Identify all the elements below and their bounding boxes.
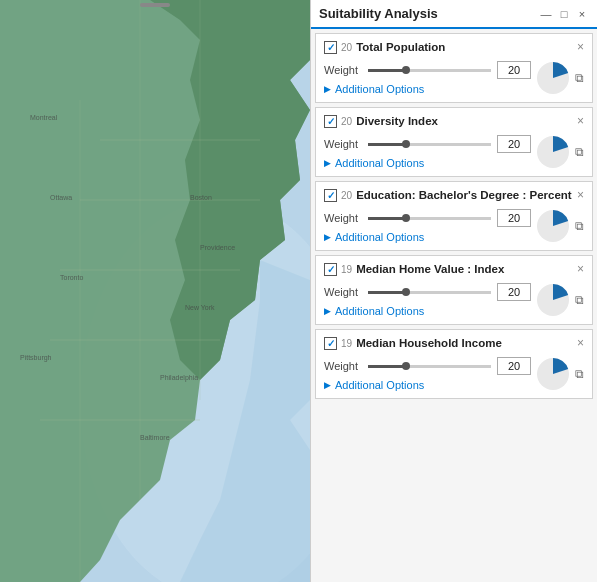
copy-icon-4[interactable]: ⧉ [575,293,584,307]
slider-thumb-5 [402,362,410,370]
weight-slider-2[interactable] [368,143,491,146]
card-title-row-4: ✓ 19 Median Home Value : Index [324,263,573,276]
card-body-left-5: Weight ▶ Additional Options [324,357,531,391]
card-title-3: Education: Bachelor's Degree : Percent [356,189,573,201]
map-area[interactable]: Montreal Ottawa Toronto Boston Providenc… [0,0,310,582]
close-panel-icon[interactable]: × [575,8,589,20]
weight-slider-3[interactable] [368,217,491,220]
weight-slider-1[interactable] [368,69,491,72]
additional-options-label-4: Additional Options [335,305,424,317]
additional-options-4[interactable]: ▶ Additional Options [324,305,531,317]
remove-criteria-3[interactable]: × [577,188,584,202]
weight-row-3: Weight [324,209,531,227]
pie-area-4: ⧉ [535,282,584,318]
chevron-right-icon-2: ▶ [324,158,331,168]
slider-thumb-2 [402,140,410,148]
card-title-row-5: ✓ 19 Median Household Income [324,337,573,350]
checkbox-check-2: ✓ [327,116,335,127]
weight-slider-4[interactable] [368,291,491,294]
card-body-left-4: Weight ▶ Additional Options [324,283,531,317]
weight-label-5: Weight [324,360,362,372]
copy-icon-2[interactable]: ⧉ [575,145,584,159]
svg-text:Ottawa: Ottawa [50,194,72,201]
weight-input-4[interactable] [497,283,531,301]
card-body-4: Weight ▶ Additional Options [324,282,584,318]
svg-text:Montreal: Montreal [30,114,58,121]
card-header-5: ✓ 19 Median Household Income × [324,336,584,350]
weight-row-4: Weight [324,283,531,301]
chevron-right-icon-1: ▶ [324,84,331,94]
weight-slider-5[interactable] [368,365,491,368]
weight-input-1[interactable] [497,61,531,79]
checkbox-1[interactable]: ✓ [324,41,337,54]
weight-input-2[interactable] [497,135,531,153]
criteria-list: ✓ 20 Total Population × Weight [311,29,597,582]
copy-icon-5[interactable]: ⧉ [575,367,584,381]
weight-label-1: Weight [324,64,362,76]
svg-text:Toronto: Toronto [60,274,83,281]
criteria-card-3: ✓ 20 Education: Bachelor's Degree : Perc… [315,181,593,251]
year-badge-4: 19 [341,264,352,275]
svg-text:New York: New York [185,304,215,311]
slider-fill-4 [368,291,405,294]
weight-input-3[interactable] [497,209,531,227]
card-body-3: Weight ▶ Additional Options [324,208,584,244]
checkbox-check-4: ✓ [327,264,335,275]
card-title-row-1: ✓ 20 Total Population [324,41,573,54]
card-header-1: ✓ 20 Total Population × [324,40,584,54]
pie-area-3: ⧉ [535,208,584,244]
card-header-4: ✓ 19 Median Home Value : Index × [324,262,584,276]
criteria-card-1: ✓ 20 Total Population × Weight [315,33,593,103]
suitability-analysis-panel: Suitability Analysis — □ × ✓ 20 Total Po… [310,0,597,582]
panel-header-controls: — □ × [539,8,589,20]
additional-options-1[interactable]: ▶ Additional Options [324,83,531,95]
slider-fill-3 [368,217,405,220]
weight-input-5[interactable] [497,357,531,375]
copy-icon-3[interactable]: ⧉ [575,219,584,233]
card-body-left-1: Weight ▶ Additional Options [324,61,531,95]
weight-label-2: Weight [324,138,362,150]
criteria-card-4: ✓ 19 Median Home Value : Index × Weight [315,255,593,325]
weight-row-2: Weight [324,135,531,153]
additional-options-5[interactable]: ▶ Additional Options [324,379,531,391]
maximize-icon[interactable]: □ [557,8,571,20]
remove-criteria-5[interactable]: × [577,336,584,350]
year-badge-2: 20 [341,116,352,127]
additional-options-label-2: Additional Options [335,157,424,169]
checkbox-3[interactable]: ✓ [324,189,337,202]
remove-criteria-1[interactable]: × [577,40,584,54]
checkbox-check-5: ✓ [327,338,335,349]
card-title-row-3: ✓ 20 Education: Bachelor's Degree : Perc… [324,189,573,202]
weight-label-3: Weight [324,212,362,224]
pie-area-2: ⧉ [535,134,584,170]
additional-options-3[interactable]: ▶ Additional Options [324,231,531,243]
slider-fill-1 [368,69,405,72]
minimize-icon[interactable]: — [539,8,553,20]
additional-options-label-1: Additional Options [335,83,424,95]
remove-criteria-4[interactable]: × [577,262,584,276]
card-title-1: Total Population [356,41,573,53]
card-body-left-2: Weight ▶ Additional Options [324,135,531,169]
checkbox-4[interactable]: ✓ [324,263,337,276]
svg-text:Boston: Boston [190,194,212,201]
weight-row-5: Weight [324,357,531,375]
card-title-4: Median Home Value : Index [356,263,573,275]
card-header-3: ✓ 20 Education: Bachelor's Degree : Perc… [324,188,584,202]
year-badge-1: 20 [341,42,352,53]
chevron-right-icon-5: ▶ [324,380,331,390]
additional-options-label-5: Additional Options [335,379,424,391]
weight-row-1: Weight [324,61,531,79]
pie-area-5: ⧉ [535,356,584,392]
card-title-5: Median Household Income [356,337,573,349]
checkbox-5[interactable]: ✓ [324,337,337,350]
checkbox-check-3: ✓ [327,190,335,201]
checkbox-2[interactable]: ✓ [324,115,337,128]
additional-options-2[interactable]: ▶ Additional Options [324,157,531,169]
card-body-1: Weight ▶ Additional Options [324,60,584,96]
remove-criteria-2[interactable]: × [577,114,584,128]
card-body-2: Weight ▶ Additional Options [324,134,584,170]
svg-text:Philadelphia: Philadelphia [160,374,198,382]
criteria-card-5: ✓ 19 Median Household Income × Weight [315,329,593,399]
copy-icon-1[interactable]: ⧉ [575,71,584,85]
svg-text:Providence: Providence [200,244,235,251]
